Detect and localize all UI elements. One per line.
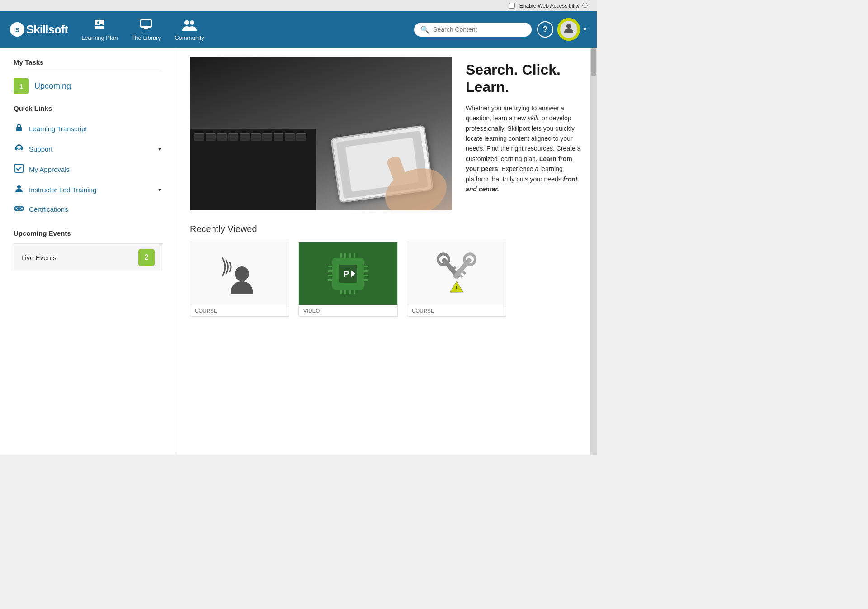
svg-rect-39 — [354, 290, 355, 294]
nav-label-the-library: The Library — [131, 34, 161, 41]
hero-text: Search. Click. Learn. Whether you are tr… — [466, 57, 583, 210]
content-area: Search. Click. Learn. Whether you are tr… — [176, 48, 597, 455]
svg-point-21 — [235, 266, 249, 281]
hero-heading: Search. Click. Learn. — [466, 61, 583, 96]
checkmark-icon — [14, 164, 24, 175]
quick-link-instructor-led-training[interactable]: Instructor Led Training ▼ — [14, 180, 162, 200]
logo-icon: S — [9, 21, 25, 38]
sidebar: My Tasks 1 Upcoming Quick Links Learning… — [0, 48, 176, 455]
card-1-image — [190, 242, 289, 305]
search-icon: 🔍 — [420, 25, 429, 34]
support-label: Support — [29, 145, 153, 153]
svg-rect-38 — [349, 290, 351, 294]
people-icon — [182, 18, 197, 33]
svg-rect-5 — [141, 20, 151, 26]
cards-row: COURSE — [190, 242, 583, 317]
svg-rect-35 — [354, 253, 355, 258]
logo[interactable]: S Skillsoft — [9, 21, 68, 38]
quick-link-support[interactable]: Support ▼ — [14, 139, 162, 159]
instructor-icon — [14, 184, 24, 195]
svg-rect-37 — [344, 290, 346, 294]
headset-icon — [14, 143, 24, 155]
live-events-row[interactable]: Live Events 2 — [14, 243, 162, 271]
nav-label-community: Community — [175, 34, 204, 41]
main-layout: My Tasks 1 Upcoming Quick Links Learning… — [0, 48, 597, 455]
svg-text:!: ! — [456, 285, 458, 292]
quick-link-learning-transcript[interactable]: Learning Transcript — [14, 119, 162, 139]
svg-rect-25 — [328, 270, 332, 272]
header-right: 🔍 ? ▼ — [414, 19, 588, 39]
instructor-led-training-label: Instructor Led Training — [29, 186, 153, 194]
svg-rect-3 — [144, 27, 148, 29]
help-button[interactable]: ? — [537, 21, 553, 38]
svg-rect-32 — [340, 253, 342, 258]
ilt-arrow: ▼ — [157, 187, 162, 193]
svg-rect-17 — [21, 207, 24, 210]
my-tasks-divider — [14, 71, 162, 71]
hero-section: Search. Click. Learn. Whether you are tr… — [190, 57, 583, 210]
my-tasks-title: My Tasks — [14, 58, 162, 66]
svg-rect-28 — [364, 266, 368, 267]
accessibility-label: Enable Web Accessibility — [519, 3, 580, 9]
nav-item-learning-plan[interactable]: Learning Plan — [81, 18, 118, 41]
svg-rect-30 — [364, 275, 368, 276]
header: S Skillsoft Learning Plan — [0, 11, 597, 48]
accessibility-bar: Enable Web Accessibility ⓘ — [0, 0, 597, 11]
live-events-label: Live Events — [21, 254, 57, 262]
recently-viewed-section: Recently Viewed — [190, 224, 583, 317]
svg-rect-29 — [364, 270, 368, 272]
hero-image — [190, 57, 452, 210]
upcoming-link[interactable]: Upcoming — [34, 81, 71, 91]
upcoming-events-title: Upcoming Events — [14, 229, 162, 237]
upcoming-row: 1 Upcoming — [14, 78, 162, 94]
my-approvals-label: My Approvals — [29, 166, 162, 173]
svg-rect-4 — [143, 29, 149, 29]
svg-rect-24 — [328, 266, 332, 267]
nav-label-learning-plan: Learning Plan — [81, 34, 118, 41]
card-1[interactable]: COURSE — [190, 242, 289, 317]
scrollbar-thumb[interactable] — [591, 48, 596, 76]
svg-rect-26 — [328, 275, 332, 276]
svg-point-8 — [566, 24, 571, 29]
card-2[interactable]: P VIDEO — [298, 242, 398, 317]
accessibility-help-icon: ⓘ — [582, 2, 588, 10]
logo-text: Skillsoft — [26, 23, 68, 37]
user-avatar-button[interactable] — [559, 19, 579, 39]
nav-item-community[interactable]: Community — [175, 18, 204, 41]
card-3-label: COURSE — [407, 305, 506, 316]
user-avatar-icon — [563, 23, 574, 36]
card-2-label: VIDEO — [299, 305, 397, 316]
svg-text:S: S — [15, 26, 19, 33]
card-3[interactable]: ! COURSE — [407, 242, 506, 317]
accessibility-checkbox[interactable] — [509, 3, 515, 9]
puzzle-icon — [93, 18, 106, 33]
nav-item-the-library[interactable]: The Library — [131, 18, 161, 41]
svg-rect-31 — [364, 279, 368, 281]
svg-point-6 — [184, 20, 189, 25]
lock-icon — [14, 123, 24, 134]
search-input[interactable] — [433, 26, 525, 33]
main-nav: Learning Plan The Library — [81, 18, 401, 41]
svg-rect-9 — [16, 127, 22, 131]
quick-link-my-approvals[interactable]: My Approvals — [14, 159, 162, 180]
certifications-label: Certifications — [29, 205, 162, 213]
chain-icon — [14, 205, 24, 214]
support-arrow: ▼ — [157, 147, 162, 152]
search-box: 🔍 — [414, 23, 532, 37]
card-3-image: ! — [407, 242, 506, 305]
svg-rect-34 — [349, 253, 351, 258]
user-dropdown-arrow[interactable]: ▼ — [582, 26, 588, 33]
scrollbar[interactable] — [590, 48, 597, 455]
svg-point-7 — [190, 20, 194, 25]
card-2-image: P — [299, 242, 397, 305]
monitor-icon — [140, 18, 152, 33]
live-events-badge: 2 — [138, 249, 155, 266]
quick-link-certifications[interactable]: Certifications — [14, 200, 162, 219]
hero-body: Whether you are trying to answer a quest… — [466, 103, 583, 195]
recently-viewed-title: Recently Viewed — [190, 224, 583, 234]
svg-rect-36 — [340, 290, 342, 294]
upcoming-badge: 1 — [14, 78, 29, 94]
svg-text:P: P — [344, 270, 349, 279]
svg-point-19 — [378, 160, 448, 210]
svg-rect-27 — [328, 279, 332, 281]
